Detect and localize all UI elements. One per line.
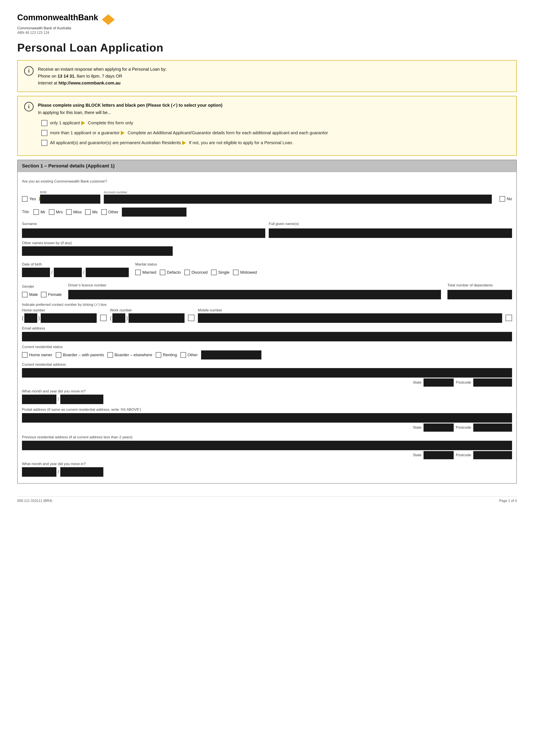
dob-month-input[interactable] — [54, 268, 82, 277]
title-other-input[interactable] — [122, 207, 187, 217]
option2-arrow — [121, 131, 125, 135]
current-res-address-input[interactable] — [22, 368, 512, 378]
bank-name: CommonwealthBank — [17, 13, 98, 22]
other-res-input[interactable] — [201, 350, 261, 360]
other-res-checkbox[interactable] — [180, 352, 186, 358]
drivers-licence-input[interactable] — [68, 290, 441, 299]
widowed-checkbox[interactable] — [233, 270, 239, 275]
state-input-3[interactable] — [423, 451, 454, 459]
pref-contact-label: Indicate preferred contact number by tic… — [22, 302, 512, 307]
header: CommonwealthBank Commonwealth Bank of Au… — [17, 13, 517, 35]
divorced-checkbox[interactable] — [184, 270, 190, 275]
work-number-input[interactable] — [129, 313, 185, 323]
residential-status-label: Current residential status — [22, 345, 512, 349]
title-mrs-checkbox[interactable] — [49, 209, 55, 215]
state-input-2[interactable] — [423, 423, 454, 432]
male-checkbox[interactable] — [22, 292, 28, 297]
defacto-label: Defacto — [167, 270, 181, 275]
home-owner-label: Home owner — [29, 353, 52, 357]
renting-checkbox[interactable] — [156, 352, 161, 358]
info-box2-header-text: Please complete using BLOCK letters and … — [38, 101, 222, 116]
state-label-1: State — [413, 380, 421, 385]
postcode-input-1[interactable] — [473, 378, 512, 387]
yes-checkbox[interactable] — [22, 196, 28, 202]
info-box-instructions: i Please complete using BLOCK letters an… — [17, 96, 517, 156]
dob-day-input[interactable] — [22, 268, 50, 277]
postcode-input-3[interactable] — [473, 451, 512, 459]
title-mr-checkbox[interactable] — [33, 209, 39, 215]
home-owner-checkbox[interactable] — [22, 352, 28, 358]
info-sub: In applying for this loan, there will be… — [38, 110, 111, 115]
postcode-label-2: Postcode — [456, 425, 471, 430]
info-bold-intro: Please complete using BLOCK letters and … — [38, 103, 222, 108]
prev-move-in-month-input[interactable] — [22, 467, 56, 477]
account-number-input[interactable] — [104, 195, 492, 204]
postal-address-label: Postal address (if same as current resid… — [22, 408, 512, 412]
work-pref-checkbox[interactable] — [188, 315, 194, 321]
single-checkbox[interactable] — [211, 270, 216, 275]
previous-address-input[interactable] — [22, 441, 512, 450]
previous-move-in-row: / — [22, 467, 512, 477]
postcode-input-2[interactable] — [473, 423, 512, 432]
move-in-row: / — [22, 394, 512, 404]
option3-checkbox[interactable] — [41, 140, 47, 146]
female-checkbox[interactable] — [41, 292, 46, 297]
option1-label: only 1 applicant — [50, 121, 80, 125]
total-dependants-input[interactable] — [447, 290, 512, 299]
dob-year-input[interactable] — [86, 268, 129, 277]
mobile-number-input[interactable] — [198, 313, 502, 323]
surname-input[interactable] — [22, 229, 265, 238]
section1-header: Section 1 – Personal details (Applicant … — [17, 160, 517, 172]
move-in-month-input[interactable] — [22, 394, 56, 404]
no-checkbox[interactable] — [499, 196, 505, 202]
work-area-code-input[interactable] — [113, 313, 125, 323]
title-ms-checkbox[interactable] — [85, 209, 91, 215]
move-in-year-input[interactable] — [60, 394, 103, 404]
defacto-checkbox[interactable] — [160, 270, 165, 275]
dob-row: / / — [22, 268, 129, 277]
option3-arrow — [182, 141, 186, 145]
postal-address-input[interactable] — [22, 413, 512, 422]
boarder-parents-checkbox[interactable] — [56, 352, 62, 358]
doc-number: 000-111 010111 (BR4) — [17, 499, 52, 503]
email-input[interactable] — [22, 332, 512, 341]
marital-status-row: Married Defacto Divorced Single Widowed — [135, 268, 257, 277]
bank-full-name: Commonwealth Bank of Australia — [17, 26, 115, 30]
bsb-input[interactable] — [40, 195, 100, 204]
yes-label: Yes — [29, 197, 36, 201]
info-box-phone: i Receive an instant response when apply… — [17, 60, 517, 92]
full-given-names-input[interactable] — [269, 229, 512, 238]
home-pref-checkbox[interactable] — [100, 315, 107, 321]
option2-result: Complete an Additional Applicant/Guarant… — [128, 130, 328, 135]
option2-checkbox[interactable] — [41, 130, 47, 136]
page-title: Personal Loan Application — [17, 41, 517, 54]
state-input-1[interactable] — [423, 378, 454, 387]
prev-move-in-year-input[interactable] — [60, 467, 103, 477]
bank-logo-text: CommonwealthBank — [17, 13, 115, 25]
mobile-pref-checkbox[interactable] — [506, 315, 512, 321]
info-icon-2: i — [24, 102, 34, 111]
option1-checkbox[interactable] — [41, 120, 47, 126]
option2-row: more than 1 applicant or a guarantor Com… — [41, 129, 510, 136]
option2-label: more than 1 applicant or a guarantor — [50, 130, 120, 135]
title-other-checkbox[interactable] — [101, 209, 107, 215]
work-number-wrap: ( ) — [110, 313, 185, 323]
title-mr-label: Mr — [40, 210, 45, 214]
option1-arrow — [81, 121, 85, 125]
home-number-input[interactable] — [41, 313, 97, 323]
no-label: No — [507, 197, 512, 201]
single-label: Single — [218, 270, 230, 275]
postal-address-state-postcode: State Postcode — [22, 423, 512, 432]
email-label: Email address — [22, 326, 512, 331]
other-names-input[interactable] — [22, 246, 173, 256]
footer: 000-111 010111 (BR4) Page 1 of 4 — [17, 497, 517, 503]
other-names-label: Other names known by (if any) — [22, 241, 512, 245]
married-checkbox[interactable] — [135, 270, 141, 275]
title-miss-checkbox[interactable] — [66, 209, 72, 215]
boarder-elsewhere-label: Boarder – elsewhere — [114, 353, 152, 357]
full-given-names-label: Full given name(s) — [269, 222, 512, 226]
boarder-elsewhere-checkbox[interactable] — [108, 352, 113, 358]
title-ms: Ms — [85, 209, 97, 215]
phone-numbers-row: Home number ( ) Work number ( ) — [22, 308, 512, 323]
home-area-code-input[interactable] — [24, 313, 37, 323]
